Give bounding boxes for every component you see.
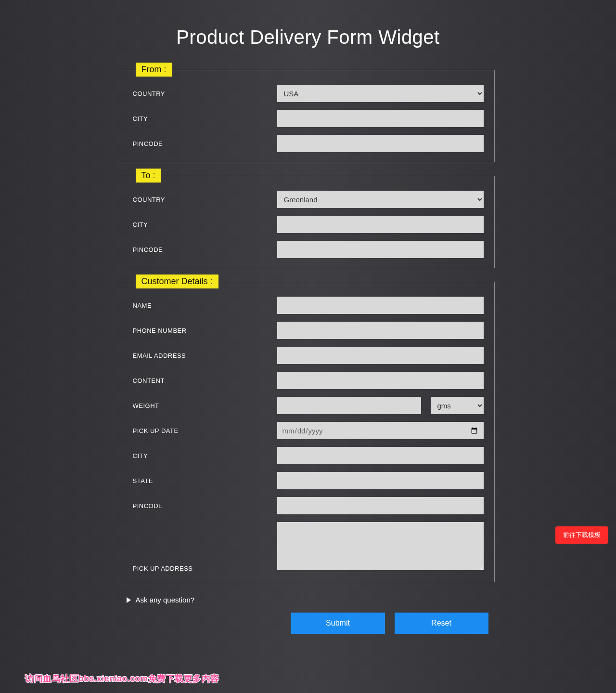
state-input[interactable] xyxy=(277,472,484,489)
delivery-form: From : COUNTRY USA CITY PINCODE To : COU… xyxy=(122,70,495,634)
from-legend: From : xyxy=(136,63,172,77)
from-fieldset: From : COUNTRY USA CITY PINCODE xyxy=(122,70,495,162)
ask-question-label: Ask any question? xyxy=(136,596,195,604)
customer-pincode-input[interactable] xyxy=(277,497,484,514)
to-legend: To : xyxy=(136,169,161,183)
from-country-label: COUNTRY xyxy=(133,90,277,97)
phone-label: PHONE NUMBER xyxy=(133,327,277,334)
triangle-right-icon xyxy=(127,597,131,603)
customer-legend: Customer Details : xyxy=(136,275,218,288)
download-template-button[interactable]: 前往下载模板 xyxy=(555,526,608,544)
page-title: Product Delivery Form Widget xyxy=(0,0,616,70)
to-fieldset: To : COUNTRY Greenland CITY PINCODE xyxy=(122,176,495,268)
from-pincode-label: PINCODE xyxy=(133,140,277,147)
ask-question-toggle[interactable]: Ask any question? xyxy=(127,596,495,604)
state-label: STATE xyxy=(133,477,277,484)
submit-button[interactable]: Submit xyxy=(291,613,385,634)
button-row: Submit Reset xyxy=(122,613,495,634)
from-city-input[interactable] xyxy=(277,110,484,127)
weight-input[interactable] xyxy=(277,397,421,414)
customer-fieldset: Customer Details : NAME PHONE NUMBER EMA… xyxy=(122,282,495,582)
customer-city-input[interactable] xyxy=(277,447,484,464)
weight-label: WEIGHT xyxy=(133,402,277,409)
customer-city-label: CITY xyxy=(133,452,277,459)
reset-button[interactable]: Reset xyxy=(395,613,488,634)
weight-unit-select[interactable]: gms xyxy=(431,397,484,414)
to-city-label: CITY xyxy=(133,221,277,228)
phone-input[interactable] xyxy=(277,322,484,339)
content-input[interactable] xyxy=(277,372,484,389)
email-label: EMAIL ADDRESS xyxy=(133,352,277,359)
to-country-label: COUNTRY xyxy=(133,196,277,203)
pickup-address-textarea[interactable] xyxy=(277,522,484,570)
to-pincode-label: PINCODE xyxy=(133,246,277,253)
from-city-label: CITY xyxy=(133,115,277,122)
from-pincode-input[interactable] xyxy=(277,135,484,152)
footer-credit: 访问血鸟社区bbs.xieniao.com免费下载更多内容 xyxy=(25,673,219,684)
name-input[interactable] xyxy=(277,297,484,314)
customer-pincode-label: PINCODE xyxy=(133,502,277,510)
pickup-address-label: PICK UP ADDRESS xyxy=(133,565,277,572)
pickup-date-label: PICK UP DATE xyxy=(133,427,277,434)
name-label: NAME xyxy=(133,302,277,309)
from-country-select[interactable]: USA xyxy=(277,85,484,102)
to-city-input[interactable] xyxy=(277,216,484,233)
to-pincode-input[interactable] xyxy=(277,241,484,258)
email-input[interactable] xyxy=(277,347,484,364)
content-label: CONTENT xyxy=(133,377,277,384)
to-country-select[interactable]: Greenland xyxy=(277,191,484,208)
pickup-date-input[interactable] xyxy=(277,422,484,439)
